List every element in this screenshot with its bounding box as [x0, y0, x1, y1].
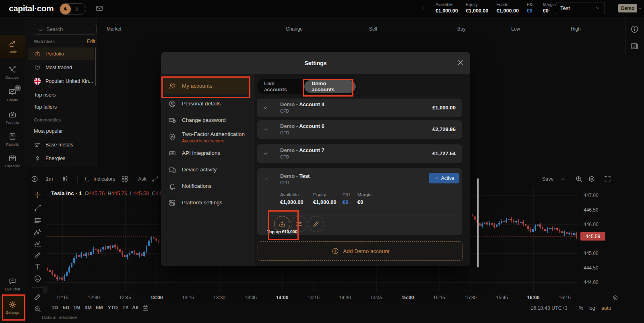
chevron-down-icon[interactable] — [262, 150, 269, 157]
scale-log[interactable]: log — [588, 305, 595, 311]
tool-trendline-icon[interactable] — [31, 204, 44, 212]
watchlist-item-most-popular[interactable]: Most popular — [28, 125, 94, 137]
modal-nav-change-password[interactable]: Change password — [164, 112, 250, 128]
symbol-title[interactable]: Tesla Inc · 1 — [51, 190, 82, 196]
modal-nav-personal-details[interactable]: Personal details — [164, 95, 250, 112]
modal-nav-notifications[interactable]: Notifications — [164, 178, 250, 194]
sidebar-item-discover[interactable]: Discover — [0, 61, 25, 84]
tab-live-accounts[interactable]: Live accounts — [257, 80, 304, 93]
capitalcom-logo: capital·com — [9, 4, 54, 13]
watchlist-item-most-traded[interactable]: Most traded — [28, 61, 94, 74]
range-1m[interactable]: 1M — [73, 305, 80, 311]
pencil-button[interactable] — [308, 216, 324, 232]
modal-nav-platform-settings[interactable]: Platform settings — [164, 194, 250, 211]
gridline-h — [46, 268, 579, 268]
modal-scrollbar[interactable] — [477, 178, 479, 267]
modal-nav-device-activity[interactable]: Device activity — [164, 161, 250, 178]
tool-brush-icon[interactable] — [31, 250, 44, 259]
tool-zoomplus-icon[interactable] — [31, 305, 44, 313]
sidebar-item-reports[interactable]: Reports — [0, 128, 25, 150]
indicators-button[interactable]: Indicators — [93, 176, 115, 182]
layout-grid-icon[interactable] — [121, 175, 128, 183]
search-input[interactable] — [45, 26, 87, 33]
demo-chevron-down-icon[interactable] — [637, 6, 643, 11]
tool-fib-icon[interactable] — [31, 216, 44, 225]
interval-button[interactable]: 1m — [46, 176, 53, 182]
info-icon[interactable] — [630, 25, 639, 34]
sidebar-item-live-chat[interactable]: Live Chat — [0, 273, 25, 295]
tool-crosshair-icon[interactable] — [31, 191, 44, 199]
candle — [151, 237, 152, 241]
range-5d[interactable]: 5D — [63, 305, 69, 311]
watchlist-scrollbar[interactable] — [95, 47, 96, 86]
theme-toggle[interactable] — [60, 3, 86, 15]
quick-search-icon[interactable] — [575, 175, 583, 183]
tool-smiley-icon[interactable] — [31, 274, 44, 283]
account-select[interactable]: Test — [556, 2, 605, 14]
close-icon[interactable] — [456, 59, 464, 66]
scale-auto[interactable]: auto — [601, 305, 611, 311]
go-to-date-icon[interactable] — [142, 304, 149, 312]
watchlist-divider — [28, 116, 93, 116]
search-box[interactable] — [34, 24, 97, 35]
more-options-icon[interactable] — [545, 4, 554, 12]
modal-nav-two-factor-authentication[interactable]: Two-Factor AuthenticationAccount is not … — [164, 128, 250, 146]
candle — [561, 231, 563, 233]
modal-nav-api-integrations[interactable]: APIAPI integrations — [164, 145, 250, 161]
candles-style-icon[interactable] — [61, 175, 69, 183]
anvil-icon — [34, 141, 41, 148]
news-icon[interactable] — [630, 41, 639, 51]
tool-textt-icon[interactable] — [31, 262, 44, 271]
scale-%[interactable]: % — [579, 305, 583, 311]
watchlist-item-top-risers[interactable]: Top risers — [28, 88, 94, 101]
sidebar-item-calendar[interactable]: Calendar — [0, 150, 25, 172]
chevron-down-icon[interactable] — [262, 126, 269, 133]
chart-settings-icon[interactable] — [588, 175, 596, 183]
watchlist-item-energies[interactable]: Energies — [28, 152, 94, 165]
sidebar-item-portfolio[interactable]: Portfolio — [0, 106, 25, 129]
mail-icon[interactable] — [95, 4, 103, 12]
collapse-panel-icon[interactable]: ‹ — [43, 286, 47, 294]
save-button[interactable]: Save — [542, 176, 554, 182]
sidebar-item-settings[interactable]: Settings — [0, 296, 25, 319]
tool-forecast-icon[interactable] — [31, 240, 44, 248]
watchlist-item-base-metals[interactable]: Base metals — [28, 138, 94, 151]
range-6m[interactable]: 6M — [96, 305, 103, 311]
range-1y[interactable]: 1Y — [122, 305, 128, 311]
sidebar-item-charts[interactable]: Charts11 — [0, 84, 25, 106]
range-1d[interactable]: 1D — [52, 305, 58, 311]
watchlists-edit-link[interactable]: Edit — [87, 39, 95, 44]
stat-pl: P&L€0 — [343, 192, 351, 205]
add-symbol-button[interactable] — [31, 175, 39, 183]
save-chevron-down-icon[interactable] — [560, 177, 566, 182]
ask-price-toggle[interactable]: Ask — [138, 176, 147, 182]
line-style-icon[interactable] — [151, 175, 159, 183]
tab-demo-accounts[interactable]: Demo accounts — [304, 80, 356, 93]
fullscreen-icon[interactable] — [604, 175, 611, 183]
clock[interactable]: 16:18:43 UTC+3 — [530, 305, 568, 311]
account-row-account-4[interactable]: Demo - Account 4CFD£1,000.00 — [257, 99, 462, 117]
fx-icon[interactable]: fx — [84, 175, 92, 183]
range-ytd[interactable]: YTD — [108, 305, 118, 311]
watchlist-item-popular-united-kin-[interactable]: Popular: United Kin... — [28, 75, 94, 87]
time-tick: 13:45 — [245, 295, 257, 300]
tool-xabcd-icon[interactable] — [31, 228, 44, 237]
range-all[interactable]: All — [132, 305, 138, 311]
candle — [71, 263, 72, 268]
watchlist-item-portfolio[interactable]: Portfolio — [28, 47, 94, 60]
usercircle-icon — [168, 100, 176, 108]
time-tick: 16:15 — [559, 295, 571, 300]
chevron-down-icon[interactable] — [262, 105, 269, 111]
add-demo-account-button[interactable]: Add Demo account — [258, 241, 463, 261]
account-row-account-6[interactable]: Demo - Account 6CFD£2,729.96 — [257, 120, 462, 139]
chevron-up-icon[interactable] — [262, 175, 269, 182]
sidebar-item-trade[interactable]: Trade — [0, 35, 26, 58]
sliders-button[interactable] — [291, 216, 307, 232]
axis-settings-icon[interactable] — [612, 294, 619, 301]
tool-ruler-icon[interactable] — [31, 293, 44, 301]
modal-nav-my-accounts[interactable]: My accounts — [164, 78, 250, 94]
watchlist-item-top-fallers[interactable]: Top fallers — [28, 101, 94, 113]
account-row-account-7[interactable]: Demo - Account 7CFD£1,727.54 — [257, 144, 462, 163]
range-3m[interactable]: 3M — [85, 305, 91, 311]
chevron-right-icon[interactable] — [420, 5, 425, 11]
